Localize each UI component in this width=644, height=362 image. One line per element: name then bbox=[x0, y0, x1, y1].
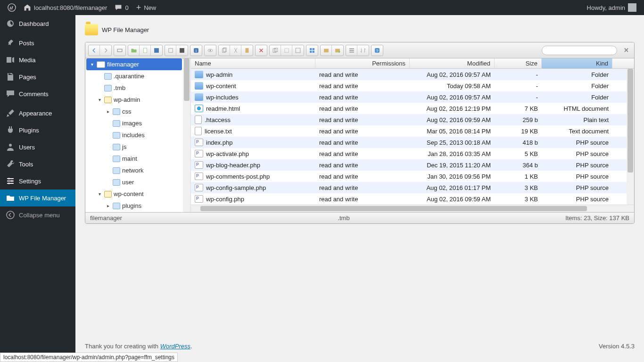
col-name[interactable]: Name bbox=[191, 58, 315, 68]
places-button[interactable] bbox=[306, 45, 318, 56]
cut-button[interactable] bbox=[230, 45, 241, 56]
file-row[interactable]: index.php read and write Sep 25, 2013 00… bbox=[191, 137, 634, 148]
copy-button[interactable] bbox=[219, 45, 230, 56]
sidebar-item-wp-file-manager[interactable]: WP File Manager bbox=[0, 189, 75, 206]
file-kind: PHP source bbox=[542, 173, 612, 180]
comment-count: 0 bbox=[125, 4, 128, 11]
sidebar-item-comments[interactable]: Comments bbox=[0, 85, 75, 102]
search-close-icon[interactable]: ✕ bbox=[624, 47, 631, 54]
file-row[interactable]: wp-activate.php read and write Jan 28, 2… bbox=[191, 148, 634, 159]
sidebar-item-label: Pages bbox=[19, 74, 36, 81]
archive-button[interactable] bbox=[321, 45, 332, 56]
help-button[interactable]: ? bbox=[372, 45, 383, 56]
file-perm: read and write bbox=[315, 184, 410, 191]
folder-icon bbox=[113, 144, 120, 150]
sidebar-item-settings[interactable]: Settings bbox=[0, 173, 75, 189]
open-button[interactable] bbox=[165, 45, 176, 56]
footer-thanks: Thank you for creating with WordPress. bbox=[85, 343, 192, 350]
site-url-text: localhost:8080/filemanager bbox=[34, 4, 107, 11]
tree-node-wp-content[interactable]: ▾ wp-content bbox=[85, 188, 190, 200]
newfile-button[interactable] bbox=[140, 45, 151, 56]
php-icon bbox=[195, 150, 203, 157]
svg-rect-8 bbox=[154, 48, 159, 53]
wp-logo[interactable] bbox=[4, 0, 20, 15]
resize-button[interactable] bbox=[292, 45, 304, 56]
tree-node-filemanager[interactable]: ▾ filemanager bbox=[86, 58, 182, 70]
netmount-button[interactable] bbox=[114, 45, 125, 56]
upload-button[interactable] bbox=[151, 45, 162, 56]
collapse-menu[interactable]: Collapse menu bbox=[0, 206, 75, 223]
file-row[interactable]: wp-admin read and write Aug 02, 2016 09:… bbox=[191, 69, 634, 80]
tree-node-maint[interactable]: maint bbox=[85, 153, 190, 165]
folder-icon bbox=[85, 24, 98, 35]
sidebar-item-users[interactable]: Users bbox=[0, 139, 75, 156]
tree-node-themes[interactable]: ▸ themes bbox=[85, 212, 190, 212]
view-list-button[interactable] bbox=[346, 45, 357, 56]
file-row[interactable]: wp-config-sample.php read and write Aug … bbox=[191, 182, 634, 193]
tree-node-plugins[interactable]: ▸ plugins bbox=[85, 200, 190, 212]
file-modified: Aug 02, 2016 09:57 AM bbox=[410, 71, 495, 78]
file-modified: Aug 02, 2016 01:17 PM bbox=[410, 184, 495, 191]
tree-node-network[interactable]: network bbox=[85, 165, 190, 176]
file-modified: Today 09:58 AM bbox=[410, 82, 495, 90]
sidebar-item-tools[interactable]: Tools bbox=[0, 156, 75, 173]
file-row[interactable]: readme.html read and write Aug 02, 2016 … bbox=[191, 103, 634, 114]
files-vscrollbar[interactable] bbox=[627, 69, 634, 205]
extract-button[interactable] bbox=[332, 45, 343, 56]
tree-node-.tmb[interactable]: .tmb bbox=[85, 82, 190, 94]
sidebar-item-pages[interactable]: Pages bbox=[0, 68, 75, 85]
edit-button[interactable] bbox=[281, 45, 292, 56]
sidebar-item-plugins[interactable]: Plugins bbox=[0, 122, 75, 139]
site-link[interactable]: localhost:8080/filemanager bbox=[20, 0, 111, 15]
file-size: 259 b bbox=[495, 116, 542, 123]
file-row[interactable]: wp-config.php read and write Aug 02, 201… bbox=[191, 193, 634, 205]
file-kind: PHP source bbox=[542, 139, 612, 146]
sidebar-item-appearance[interactable]: Appearance bbox=[0, 105, 75, 122]
col-perm[interactable]: Permissions bbox=[315, 58, 410, 68]
delete-button[interactable] bbox=[256, 45, 267, 56]
tree-node-label: images bbox=[122, 120, 142, 127]
tree-node-wp-admin[interactable]: ▾ wp-admin bbox=[85, 94, 190, 106]
howdy-link[interactable]: Howdy, admin bbox=[583, 0, 640, 15]
preview-button[interactable] bbox=[205, 45, 216, 56]
sidebar-item-media[interactable]: Media bbox=[0, 51, 75, 68]
forward-button[interactable] bbox=[100, 45, 111, 56]
file-row[interactable]: wp-blog-header.php read and write Dec 19… bbox=[191, 159, 634, 171]
file-row[interactable]: wp-content read and write Today 09:58 AM… bbox=[191, 80, 634, 91]
status-bar: filemanager .tmb Items: 23, Size: 137 KB bbox=[85, 212, 634, 223]
wordpress-link[interactable]: WordPress bbox=[160, 343, 190, 350]
comments-link[interactable]: 0 bbox=[111, 0, 132, 15]
folder-icon bbox=[113, 132, 120, 139]
col-kind[interactable]: Kind bbox=[542, 58, 612, 68]
file-kind: Folder bbox=[542, 94, 612, 101]
newfolder-button[interactable] bbox=[128, 45, 140, 56]
download-button[interactable] bbox=[176, 45, 188, 56]
file-row[interactable]: license.txt read and write Mar 05, 2016 … bbox=[191, 125, 634, 137]
back-button[interactable] bbox=[89, 45, 100, 56]
file-row[interactable]: wp-includes read and write Aug 02, 2016 … bbox=[191, 91, 634, 103]
duplicate-button[interactable] bbox=[270, 45, 281, 56]
file-name: wp-content bbox=[206, 82, 236, 90]
search-input[interactable] bbox=[542, 46, 617, 55]
paste-button[interactable] bbox=[241, 45, 253, 56]
tree-node-includes[interactable]: includes bbox=[85, 129, 190, 141]
files-hscrollbar[interactable] bbox=[191, 205, 634, 212]
tree-node-images[interactable]: images bbox=[85, 117, 190, 129]
file-row[interactable]: wp-comments-post.php read and write Jan … bbox=[191, 171, 634, 182]
file-name: wp-config.php bbox=[206, 196, 244, 203]
tree-node-user[interactable]: user bbox=[85, 176, 190, 188]
file-size: 364 b bbox=[495, 162, 542, 169]
sidebar-item-posts[interactable]: Posts bbox=[0, 34, 75, 51]
info-button[interactable]: i bbox=[190, 45, 202, 56]
tree-scrollbar[interactable] bbox=[183, 58, 190, 212]
new-link[interactable]: +New bbox=[132, 0, 160, 15]
col-size[interactable]: Size bbox=[495, 58, 542, 68]
file-row[interactable]: .htaccess read and write Aug 02, 2016 09… bbox=[191, 114, 634, 125]
col-mod[interactable]: Modified bbox=[410, 58, 495, 68]
sidebar-item-dashboard[interactable]: Dashboard bbox=[0, 15, 75, 32]
tree-node-js[interactable]: js bbox=[85, 141, 190, 153]
tree-node-css[interactable]: ▸ css bbox=[85, 106, 190, 117]
tree-node-.quarantine[interactable]: .quarantine bbox=[85, 70, 190, 82]
sort-button[interactable] bbox=[357, 45, 369, 56]
svg-rect-10 bbox=[180, 48, 184, 53]
